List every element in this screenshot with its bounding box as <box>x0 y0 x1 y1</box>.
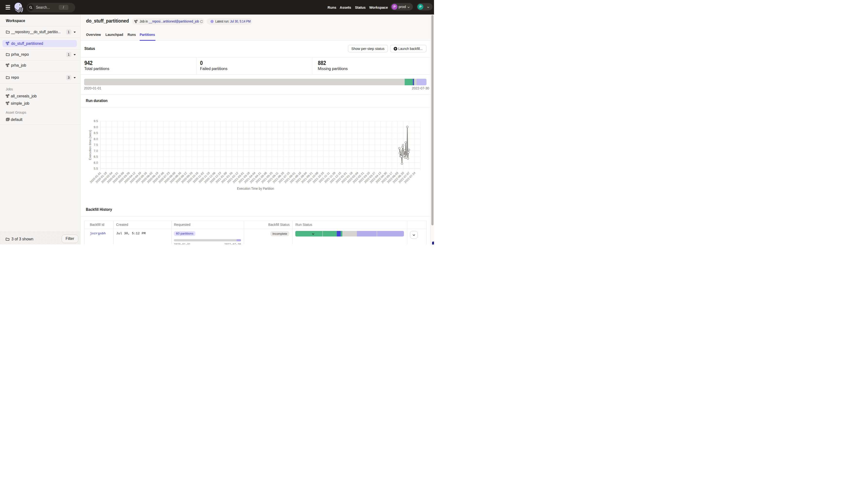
svg-text:6.5: 6.5 <box>94 155 98 159</box>
svg-text:6.0: 6.0 <box>94 161 98 165</box>
svg-text:9.0: 9.0 <box>94 126 98 129</box>
svg-text:7.0: 7.0 <box>94 149 98 153</box>
svg-text:9.5: 9.5 <box>94 120 98 123</box>
svg-text:Execution time (secs): Execution time (secs) <box>88 130 92 160</box>
svg-text:7.5: 7.5 <box>94 143 98 146</box>
svg-text:5.5: 5.5 <box>94 167 98 170</box>
svg-text:8.5: 8.5 <box>94 131 98 135</box>
svg-text:8.0: 8.0 <box>94 137 98 141</box>
